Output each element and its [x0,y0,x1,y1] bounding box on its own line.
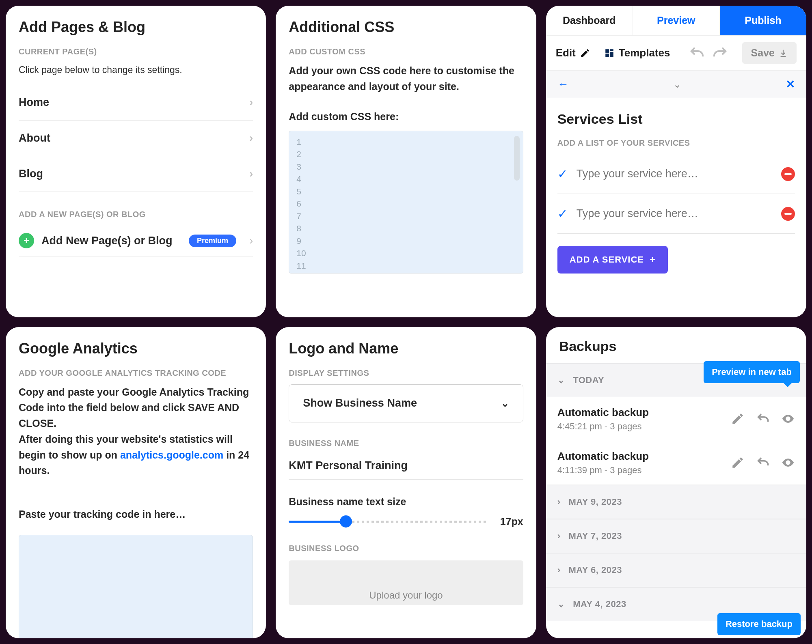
editor-toolbar: Edit Templates Save [546,36,806,71]
backup-group-label: MAY 6, 2023 [568,565,622,575]
current-pages-desc: Click page below to change its settings. [19,63,253,78]
logo-panel: Logo and Name DISPLAY SETTINGS Show Busi… [276,327,536,639]
svg-rect-2 [610,52,613,57]
css-title: Additional CSS [289,19,523,36]
chevron-down-icon: ⌄ [557,599,565,610]
tab-publish[interactable]: Publish [720,6,806,35]
slider-thumb[interactable] [340,515,352,528]
css-field-label: Add custom CSS here: [289,111,523,123]
check-icon[interactable]: ✓ [557,167,568,181]
page-row-home[interactable]: Home › [19,85,253,121]
chevron-right-icon: › [249,234,253,247]
top-tabs: Dashboard Preview Publish [546,6,806,36]
services-panel: Dashboard Preview Publish Edit Templates… [546,6,806,317]
css-panel: Additional CSS ADD CUSTOM CSS Add your o… [276,6,536,317]
save-button[interactable]: Save [742,42,797,64]
ga-sub: ADD YOUR GOOGLE ANALYTICS TRACKING CODE [19,368,253,378]
ga-field-label: Paste your tracking code in here… [19,508,253,520]
display-settings-label: DISPLAY SETTINGS [289,368,523,378]
chevron-right-icon: › [249,167,253,180]
css-code-editor[interactable]: 1 2 3 4 5 6 7 8 9 10 11 [289,131,523,274]
backup-title: Automatic backup [557,450,649,463]
tab-preview[interactable]: Preview [633,6,720,35]
backups-panel: Backups ⌄ TODAY Automatic backup 4:45:21… [546,327,806,639]
delete-service-icon[interactable] [781,207,795,221]
css-sub: ADD CUSTOM CSS [289,47,523,56]
business-name-label: BUSINESS NAME [289,439,523,448]
business-name-input[interactable]: KMT Personal Training [289,454,523,480]
service-input[interactable] [577,168,772,180]
restore-icon[interactable] [756,456,770,470]
upload-logo-area[interactable]: Upload your logo [289,560,523,605]
check-icon[interactable]: ✓ [557,207,568,221]
restore-icon[interactable] [756,412,770,426]
text-size-slider[interactable] [289,521,486,523]
backup-row: Automatic backup 4:11:39 pm - 3 pages [546,441,806,485]
restore-tooltip: Restore backup [717,613,801,635]
svg-rect-0 [605,49,609,53]
premium-badge: Premium [189,235,236,247]
page-row-about[interactable]: About › [19,121,253,156]
redo-icon[interactable] [712,45,728,61]
add-service-button[interactable]: ADD A SERVICE + [557,246,668,274]
current-pages-label: CURRENT PAGE(S) [19,47,253,56]
save-label: Save [751,47,775,59]
chevron-down-icon: ⌄ [557,375,565,386]
tab-dashboard[interactable]: Dashboard [546,6,633,35]
edit-label: Edit [556,47,576,59]
ga-link[interactable]: analytics.google.com [120,449,223,461]
chevron-right-icon: › [249,131,253,144]
ga-code-input[interactable] [19,535,253,638]
service-row: ✓ [557,194,795,234]
delete-service-icon[interactable] [781,167,795,181]
svg-rect-3 [605,54,609,57]
chevron-down-icon[interactable]: ⌄ [673,79,681,90]
backup-group-label: MAY 7, 2023 [568,531,622,541]
page-label: Blog [19,168,43,180]
display-select[interactable]: Show Business Name ⌄ [289,384,523,422]
eye-icon[interactable] [781,456,795,470]
chevron-right-icon: › [557,565,561,575]
page-row-blog[interactable]: Blog › [19,156,253,192]
backup-group-label: TODAY [573,375,604,386]
undo-icon[interactable] [689,45,705,61]
plus-icon: + [650,254,656,265]
close-icon[interactable]: ✕ [786,78,795,91]
code-gutter: 1 2 3 4 5 6 7 8 9 10 11 [296,136,523,272]
chevron-right-icon: › [557,531,561,541]
logo-title: Logo and Name [289,340,523,357]
eye-icon[interactable] [781,412,795,426]
pages-panel: Add Pages & Blog CURRENT PAGE(S) Click p… [6,6,266,317]
back-arrow-icon[interactable]: ← [557,78,569,91]
ga-title: Google Analytics [19,340,253,357]
page-label: About [19,132,50,144]
add-page-label: Add New Page(s) or Blog [41,235,181,247]
chevron-right-icon: › [557,497,561,507]
templates-label: Templates [619,47,670,59]
add-page-row[interactable]: + Add New Page(s) or Blog Premium › [19,226,253,256]
backup-group[interactable]: › MAY 6, 2023 [546,553,806,587]
slider-fill [289,521,346,523]
breadcrumb-bar: ← ⌄ ✕ [546,71,806,98]
service-input[interactable] [577,207,772,220]
chevron-down-icon: ⌄ [501,398,509,409]
templates-button[interactable]: Templates [604,47,670,59]
plus-icon: + [19,233,34,248]
pencil-icon[interactable] [731,456,745,470]
backup-group[interactable]: › MAY 7, 2023 [546,519,806,553]
code-scrollbar[interactable] [514,136,520,181]
backup-row: Automatic backup 4:45:21 pm - 3 pages [546,397,806,441]
text-size-value: 17px [500,516,523,528]
backup-group-label: MAY 4, 2023 [573,599,626,610]
svg-rect-1 [610,49,613,51]
page-label: Home [19,96,49,109]
chevron-right-icon: › [249,96,253,109]
backup-group[interactable]: › MAY 9, 2023 [546,485,806,519]
text-size-label: Business name text size [289,496,523,508]
business-logo-label: BUSINESS LOGO [289,544,523,553]
edit-button[interactable]: Edit [556,47,590,59]
templates-icon [604,48,615,58]
upload-logo-label: Upload your logo [369,590,443,601]
preview-tooltip: Preview in new tab [704,361,800,383]
pencil-icon[interactable] [731,412,745,426]
